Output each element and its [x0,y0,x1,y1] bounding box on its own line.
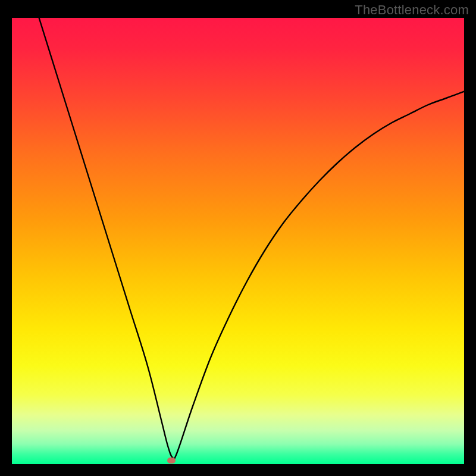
chart-frame: TheBottleneck.com [0,0,476,476]
bottleneck-curve [12,18,464,464]
plot-area [12,18,464,464]
optimal-point-marker [167,458,176,464]
watermark-text: TheBottleneck.com [355,2,469,18]
